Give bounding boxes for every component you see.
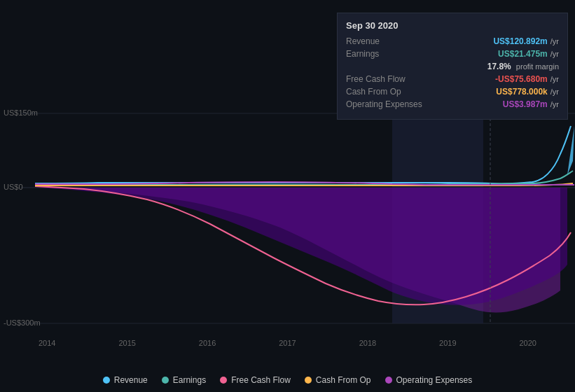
chart-legend: Revenue Earnings Free Cash Flow Cash Fro… bbox=[0, 375, 575, 385]
y-label-bottom: -US$300m bbox=[4, 318, 41, 327]
tooltip-value-earnings: US$21.475m/yr bbox=[498, 49, 559, 59]
tooltip-row-fcf: Free Cash Flow -US$75.680m/yr bbox=[346, 74, 559, 84]
legend-label-opex: Operating Expenses bbox=[396, 375, 473, 385]
legend-dot-earnings bbox=[162, 377, 169, 384]
legend-label-revenue: Revenue bbox=[114, 375, 148, 385]
legend-label-earnings: Earnings bbox=[173, 375, 206, 385]
legend-label-fcf: Free Cash Flow bbox=[231, 375, 291, 385]
x-label-2019: 2019 bbox=[439, 339, 456, 347]
tooltip-value-opex: US$3.987m/yr bbox=[503, 99, 559, 109]
tooltip-label-fcf: Free Cash Flow bbox=[346, 74, 430, 84]
y-label-mid: US$0 bbox=[4, 183, 23, 191]
x-label-2015: 2015 bbox=[118, 339, 135, 347]
legend-item-cashfromop[interactable]: Cash From Op bbox=[305, 375, 371, 385]
x-label-2018: 2018 bbox=[359, 339, 376, 347]
tooltip-value-margin: 17.8% profit margin bbox=[487, 62, 559, 71]
x-label-2017: 2017 bbox=[279, 339, 296, 347]
tooltip-row-cashfromop: Cash From Op US$778.000k/yr bbox=[346, 87, 559, 97]
tooltip-label-opex: Operating Expenses bbox=[346, 99, 430, 109]
tooltip-value-revenue: US$120.892m/yr bbox=[493, 36, 559, 46]
tooltip-value-cashfromop: US$778.000k/yr bbox=[496, 87, 559, 97]
legend-dot-opex bbox=[385, 377, 392, 384]
x-axis: 2014 2015 2016 2017 2018 2019 2020 bbox=[0, 336, 575, 350]
legend-item-fcf[interactable]: Free Cash Flow bbox=[220, 375, 291, 385]
x-label-2020: 2020 bbox=[520, 339, 536, 347]
legend-dot-revenue bbox=[103, 377, 110, 384]
legend-item-revenue[interactable]: Revenue bbox=[103, 375, 148, 385]
tooltip-row-revenue: Revenue US$120.892m/yr bbox=[346, 36, 559, 46]
tooltip-title: Sep 30 2020 bbox=[346, 20, 559, 31]
tooltip-row-earnings: Earnings US$21.475m/yr bbox=[346, 49, 559, 59]
tooltip-value-fcf: -US$75.680m/yr bbox=[495, 74, 559, 84]
tooltip-label-earnings: Earnings bbox=[346, 49, 430, 59]
x-label-2014: 2014 bbox=[39, 339, 55, 347]
tooltip-label-revenue: Revenue bbox=[346, 36, 430, 46]
y-label-top: US$150m bbox=[4, 108, 38, 117]
x-label-2016: 2016 bbox=[199, 339, 216, 347]
data-tooltip: Sep 30 2020 Revenue US$120.892m/yr Earni… bbox=[337, 13, 568, 120]
tooltip-label-cashfromop: Cash From Op bbox=[346, 87, 430, 97]
legend-item-earnings[interactable]: Earnings bbox=[162, 375, 206, 385]
tooltip-row-opex: Operating Expenses US$3.987m/yr bbox=[346, 99, 559, 109]
legend-dot-fcf bbox=[220, 377, 227, 384]
legend-item-opex[interactable]: Operating Expenses bbox=[385, 375, 473, 385]
tooltip-row-margin: 17.8% profit margin bbox=[346, 62, 559, 71]
legend-label-cashfromop: Cash From Op bbox=[316, 375, 371, 385]
legend-dot-cashfromop bbox=[305, 377, 312, 384]
